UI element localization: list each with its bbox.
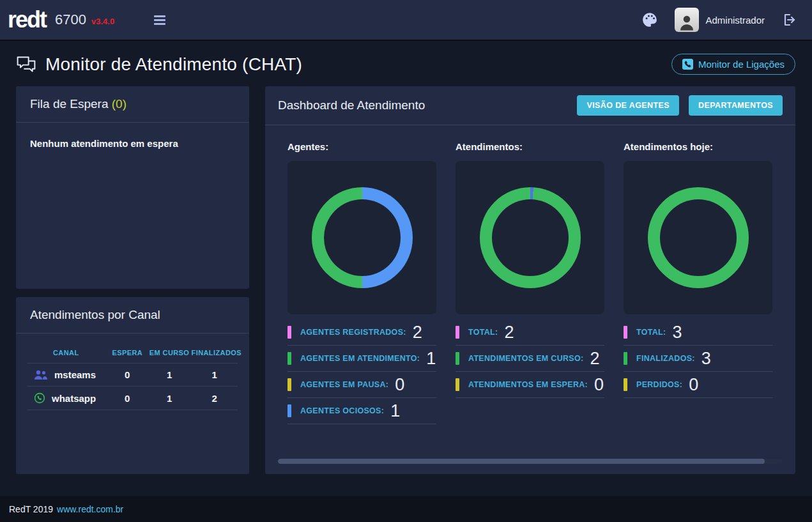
departamentos-button[interactable]: DEPARTAMENTOS xyxy=(689,95,783,116)
dashboard-sections: Agentes: AGENTES REGISTRADOS: 2 xyxy=(265,125,795,424)
stat-color-bar xyxy=(287,352,291,365)
visao-de-agentes-button[interactable]: VISÃO DE AGENTES xyxy=(577,95,679,116)
queue-panel-header: Fila de Espera (0) xyxy=(16,86,249,123)
donut-chart-container xyxy=(624,161,772,314)
stat-value: 3 xyxy=(672,324,682,341)
agentes-donut-chart[interactable] xyxy=(312,187,413,288)
stat-color-bar xyxy=(287,378,291,391)
stat-value: 2 xyxy=(413,324,422,341)
footer-link[interactable]: www.redt.com.br xyxy=(57,504,123,514)
stat-value: 3 xyxy=(701,350,711,367)
stat-label: TOTAL: xyxy=(468,328,498,337)
channel-espera: 0 xyxy=(107,369,148,380)
channel-em-curso: 1 xyxy=(148,369,192,380)
stat-row: ATENDIMENTOS EM CURSO: 2 xyxy=(456,346,604,372)
stat-value: 1 xyxy=(390,403,400,420)
stat-label: AGENTES REGISTRADOS: xyxy=(300,328,406,337)
stat-row: FINALIZADOS: 3 xyxy=(624,346,772,372)
user-name-label: Administrador xyxy=(705,15,765,26)
stats-list: AGENTES REGISTRADOS: 2 AGENTES EM ATENDI… xyxy=(287,319,436,424)
stat-label: PERDIDOS: xyxy=(636,380,682,389)
footer-copyright: RedT 2019 xyxy=(9,504,53,514)
channels-panel: Atendimentos por Canal CANAL ESPERA EM C… xyxy=(16,297,249,474)
stat-row: AGENTES EM PAUSA: 0 xyxy=(287,372,436,398)
stat-color-bar xyxy=(456,326,459,339)
section-agentes: Agentes: AGENTES REGISTRADOS: 2 xyxy=(287,141,436,424)
stat-color-bar xyxy=(456,352,459,365)
channel-finalizados: 1 xyxy=(192,369,238,380)
main-content: Monitor de Atendimento (CHAT) Monitor de… xyxy=(0,41,812,489)
donut-chart-container xyxy=(456,161,604,314)
channels-table-header: CANAL ESPERA EM CURSO FINALIZADOS xyxy=(27,340,238,364)
version-label: v3.4.0 xyxy=(91,17,114,26)
channel-finalizados: 2 xyxy=(192,393,238,404)
stat-label: AGENTES EM ATENDIMENTO: xyxy=(300,354,420,363)
stat-label: TOTAL: xyxy=(636,328,666,337)
dashboard-title: Dashboard de Atendimento xyxy=(278,98,425,112)
donut-hole xyxy=(660,199,737,276)
top-navbar: redt 6700 v3.4.0 Administrador xyxy=(0,0,812,41)
extension-number: 6700 xyxy=(55,12,86,28)
channel-em-curso: 1 xyxy=(148,393,192,404)
stat-color-bar xyxy=(456,378,459,391)
queue-panel: Fila de Espera (0) Nenhum atendimento em… xyxy=(16,86,249,289)
dashboard-header: Dashboard de Atendimento VISÃO DE AGENTE… xyxy=(265,86,795,125)
brand-logo[interactable]: redt xyxy=(8,8,46,31)
chat-monitor-icon xyxy=(16,56,36,73)
col-header-canal: CANAL xyxy=(27,349,107,357)
section-atendimentos-hoje: Atendimentos hoje: TOTAL: 3 xyxy=(624,141,772,424)
logout-icon[interactable] xyxy=(781,12,797,27)
user-avatar xyxy=(675,8,699,32)
stat-label: ATENDIMENTOS EM CURSO: xyxy=(468,354,583,363)
menu-hamburger-icon[interactable] xyxy=(151,13,168,27)
stat-row: ATENDIMENTOS EM ESPERA: 0 xyxy=(456,372,604,398)
msteams-icon xyxy=(34,370,48,380)
stat-row: TOTAL: 2 xyxy=(456,319,604,346)
col-header-espera: ESPERA xyxy=(107,349,148,357)
page-title: Monitor de Atendimento (CHAT) xyxy=(45,54,302,75)
stat-color-bar xyxy=(287,404,291,417)
stat-value: 2 xyxy=(504,324,514,341)
dashboard-panel: Dashboard de Atendimento VISÃO DE AGENTE… xyxy=(265,86,795,474)
section-label: Atendimentos: xyxy=(456,141,604,152)
stat-color-bar xyxy=(624,378,627,391)
channel-name: msteams xyxy=(54,369,96,380)
user-menu[interactable]: Administrador xyxy=(675,8,765,32)
stat-color-bar xyxy=(624,326,627,339)
section-label: Atendimentos hoje: xyxy=(624,141,772,152)
atendimentos-donut-chart[interactable] xyxy=(480,187,581,288)
stat-row: PERDIDOS: 0 xyxy=(624,372,772,398)
stats-list: TOTAL: 3 FINALIZADOS: 3 PERDIDOS: 0 xyxy=(624,319,772,398)
channels-table: CANAL ESPERA EM CURSO FINALIZADOS xyxy=(16,334,249,410)
col-header-finalizados: FINALIZADOS xyxy=(192,349,241,357)
footer: RedT 2019 www.redt.com.br xyxy=(0,496,812,522)
stat-label: ATENDIMENTOS EM ESPERA: xyxy=(468,380,588,389)
scrollbar-track[interactable] xyxy=(278,459,783,464)
stat-color-bar xyxy=(624,352,627,365)
stat-label: FINALIZADOS: xyxy=(636,354,695,363)
theme-palette-icon[interactable] xyxy=(641,12,658,28)
stat-value: 1 xyxy=(426,350,436,367)
page-title-row: Monitor de Atendimento (CHAT) Monitor de… xyxy=(16,54,795,75)
donut-hole xyxy=(324,199,401,276)
stat-row: AGENTES EM ATENDIMENTO: 1 xyxy=(287,346,436,372)
queue-empty-message: Nenhum atendimento em espera xyxy=(16,123,249,164)
stats-list: TOTAL: 2 ATENDIMENTOS EM CURSO: 2 ATENDI… xyxy=(456,319,604,398)
horizontal-scrollbar[interactable] xyxy=(278,459,783,464)
whatsapp-icon xyxy=(34,392,45,404)
section-label: Agentes: xyxy=(287,141,436,152)
scrollbar-thumb[interactable] xyxy=(278,459,765,464)
atendimentos-hoje-donut-chart[interactable] xyxy=(648,187,749,288)
monitor-ligacoes-button[interactable]: Monitor de Ligações xyxy=(671,54,795,75)
table-row: whatsapp 0 1 2 xyxy=(27,387,238,410)
stat-label: AGENTES OCIOSOS: xyxy=(300,406,384,415)
stat-label: AGENTES EM PAUSA: xyxy=(300,380,388,389)
phone-square-icon xyxy=(682,59,693,70)
stat-value: 0 xyxy=(594,376,604,394)
stat-value: 2 xyxy=(590,350,599,367)
left-column: Fila de Espera (0) Nenhum atendimento em… xyxy=(16,86,249,474)
table-row: msteams 0 1 1 xyxy=(27,364,238,387)
stat-row: AGENTES REGISTRADOS: 2 xyxy=(287,319,436,346)
donut-chart-container xyxy=(287,161,436,314)
channels-panel-title: Atendimentos por Canal xyxy=(16,297,249,334)
